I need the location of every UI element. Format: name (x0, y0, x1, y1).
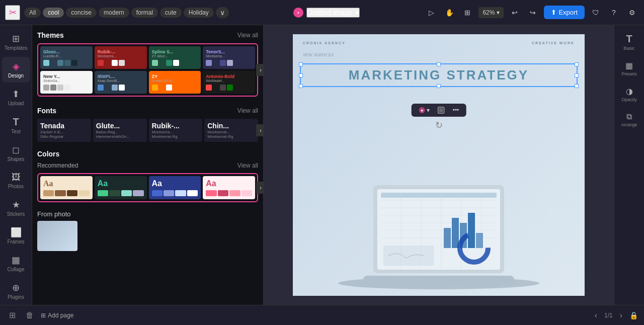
svg-rect-7 (363, 276, 514, 285)
right-panel-opacity[interactable]: ◑ Opacity (616, 84, 642, 105)
sidebar-item-stickers[interactable]: ★ Stickers (2, 195, 30, 221)
filter-formal[interactable]: formal (131, 8, 158, 18)
color-card-3[interactable]: Aa (149, 176, 201, 199)
theme-sub-5: SinkinSa... (43, 79, 90, 83)
font-card-1[interactable]: Tenada Zacbel X-E... Stilu-Regular (37, 119, 91, 142)
next-page-button[interactable]: › (617, 310, 625, 321)
right-panel-basic[interactable]: T Basic (616, 30, 642, 54)
color-next-arrow[interactable]: › (256, 182, 264, 194)
sidebar-item-upload[interactable]: ⬆ Upload (2, 85, 30, 110)
colors-view-all[interactable]: View all (237, 162, 258, 169)
theme-card-7[interactable]: ZY Grotek GF-B... (149, 71, 201, 94)
sidebar-item-plugins[interactable]: ⊕ Plugins (2, 278, 30, 304)
settings-icon-btn[interactable]: ⚙ (625, 6, 639, 20)
photo-thumbnail[interactable] (37, 221, 77, 251)
filter-modern[interactable]: modern (99, 8, 129, 18)
canvas-frame[interactable]: CRONIX AGENCY CREATIVE WORK NEW SERVICES (293, 34, 585, 296)
theme-sub-3: ZY Alluri... (152, 54, 198, 58)
delete-button[interactable]: 🗑 (23, 310, 37, 321)
canvas-rotate-handle[interactable]: ↻ (435, 120, 443, 131)
theme-next-arrow[interactable]: › (256, 64, 264, 76)
export-icon: ⬆ (551, 9, 556, 16)
export-button[interactable]: ⬆ Export (544, 6, 585, 19)
color-aa-4: Aa (206, 179, 252, 188)
sidebar-item-shapes[interactable]: ◻ Shapes (2, 140, 30, 166)
theme-card-3[interactable]: Spline S... ZY Alluri... (149, 46, 201, 69)
theme-sub-6: Asap-SemiB... (98, 79, 144, 83)
ai-tool-button[interactable]: ✦ ▾ (416, 106, 433, 115)
font-card-3[interactable]: Rubik-... Montserra... Montserrat-Rg (149, 119, 203, 142)
doc-title-button[interactable]: Untitled image ▾ (306, 8, 360, 18)
svg-rect-22 (444, 228, 451, 248)
theme-name-1: Glooc... (43, 49, 90, 54)
font-next-arrow[interactable]: › (256, 124, 264, 136)
canvas-scroll[interactable]: ✦ ▾ ••• CRONIX AGENCY CREATIVE WORK (264, 25, 614, 305)
theme-sub-4: Montserra... (206, 54, 252, 58)
filter-concise[interactable]: concise (66, 8, 97, 18)
fonts-view-all[interactable]: View all (237, 107, 258, 114)
redo-button[interactable]: ↪ (526, 6, 540, 20)
sidebar-item-label-photos: Photos (8, 184, 24, 189)
theme-card-2[interactable]: Rubik-... Montserra... (95, 46, 147, 69)
hand-tool[interactable]: ✋ (442, 6, 456, 20)
undo-button[interactable]: ↩ (508, 6, 522, 20)
recommended-header: Recommended View all (37, 162, 258, 169)
themes-header: Themes View all (37, 31, 258, 39)
fonts-section: Fonts View all Tenada Zacbel X-E... Stil… (32, 101, 263, 146)
theme-card-8[interactable]: Antonio-Bold WixMadef... (203, 71, 255, 94)
themes-view-all[interactable]: View all (237, 32, 258, 39)
sidebar-item-collage[interactable]: ▦ Collage (2, 251, 30, 276)
filter-all[interactable]: All (24, 8, 41, 18)
font-card-4[interactable]: Chin... Montserrat... Montserrat-Rg (204, 119, 258, 142)
zoom-button[interactable]: 62% ▾ (478, 7, 504, 18)
logo-button[interactable]: ✂ (5, 5, 20, 20)
sidebar-item-templates[interactable]: ⊞ Templates (2, 29, 30, 55)
sidebar-item-design[interactable]: ◈ Design (2, 57, 30, 83)
presets-icon: ▦ (625, 61, 633, 70)
themes-title: Themes (37, 31, 64, 39)
filter-holiday[interactable]: Holiday (184, 8, 214, 18)
plugins-icon: ⊕ (12, 282, 20, 293)
right-panel-arrange[interactable]: ⧉ Arrange (616, 109, 642, 130)
color-card-1[interactable]: Aa (40, 176, 93, 199)
add-page-button[interactable]: ⊞ Add page (41, 312, 73, 319)
image-replace-button[interactable] (435, 106, 448, 115)
color-grid: Aa Aa (37, 173, 258, 202)
filter-cute[interactable]: cute (160, 8, 182, 18)
theme-name-8: Antonio-Bold (206, 74, 252, 79)
sidebar-item-label-text: Text (11, 129, 20, 134)
sidebar-item-frames[interactable]: ⬜ Frames (2, 223, 30, 249)
collage-icon: ▦ (12, 255, 20, 266)
sidebar-item-photos[interactable]: 🖼 Photos (2, 168, 30, 193)
sidebar-item-label-upload: Upload (8, 101, 24, 106)
help-icon-btn[interactable]: ? (607, 6, 621, 20)
theme-grid: Glooc... Lucette-R... (37, 43, 258, 97)
theme-card-5[interactable]: New Y... SinkinSa... (40, 71, 93, 94)
filter-cool[interactable]: cool (43, 8, 64, 18)
layout-tool[interactable]: ⊞ (460, 6, 474, 20)
color-card-4[interactable]: Aa (203, 176, 255, 199)
filter-more-button[interactable]: ∨ (216, 7, 229, 18)
theme-card-4[interactable]: TenorS... Montserra... (203, 46, 255, 69)
shield-icon-btn[interactable]: 🛡 (589, 6, 603, 20)
prev-page-button[interactable]: ‹ (592, 310, 600, 321)
basic-icon: T (626, 33, 632, 45)
right-panel-presets[interactable]: ▦ Presets (616, 58, 642, 79)
svg-rect-26 (476, 233, 483, 248)
canvas-title-box[interactable]: MARKETING STRATEGY (300, 63, 578, 87)
export-label: Export (558, 9, 578, 16)
theme-card-1[interactable]: Glooc... Lucette-R... (40, 46, 93, 69)
theme-card-6[interactable]: IBMPL... Asap-SemiB... (95, 71, 147, 94)
color-swatches-2 (98, 190, 144, 196)
color-card-2[interactable]: Aa (95, 176, 147, 199)
font-card-2[interactable]: Glute... Baloo-Reg... HammersmithOn... (93, 119, 147, 142)
color-aa-3: Aa (152, 179, 198, 188)
lock-button[interactable]: 🔒 (629, 311, 638, 319)
right-panel-opacity-label: Opacity (621, 97, 637, 102)
font-sub-2b: HammersmithOn... (96, 134, 144, 139)
filter-tags: All cool concise modern formal cute Holi… (24, 7, 229, 18)
frame-button[interactable]: ⊞ (6, 309, 19, 321)
more-options-button[interactable]: ••• (450, 106, 462, 115)
pointer-tool[interactable]: ▷ (424, 6, 438, 20)
sidebar-item-text[interactable]: T Text (2, 112, 30, 138)
